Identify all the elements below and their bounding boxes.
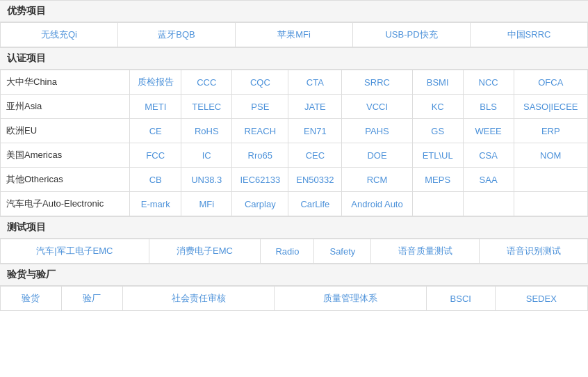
testing-row: 汽车|军工电子EMC 消费电子EMC Radio Safety 语音质量测试 语… (1, 239, 588, 264)
advantages-row: 无线充Qi 蓝牙BQB 苹果MFi USB-PD快充 中国SRRC (1, 23, 588, 47)
cert-2-0[interactable]: CE (130, 119, 181, 143)
cert-0-7[interactable]: OFCA (514, 70, 587, 95)
advantages-section: 优势项目 无线充Qi 蓝牙BQB 苹果MFi USB-PD快充 中国SRRC (0, 0, 588, 47)
inspection-item-0[interactable]: 验货 (1, 287, 62, 311)
advantage-item-1[interactable]: 蓝牙BQB (118, 23, 236, 47)
test-item-2[interactable]: Radio (261, 239, 314, 264)
cert-row-5: 汽车电子Auto-Electronic E-mark MFi Carplay C… (1, 192, 588, 216)
cert-4-4[interactable]: RCM (342, 168, 412, 192)
cert-1-4[interactable]: VCCI (342, 95, 412, 119)
cert-0-5[interactable]: BSMI (412, 70, 463, 95)
cert-5-5 (412, 192, 463, 216)
inspection-item-1[interactable]: 验厂 (61, 287, 122, 311)
cert-2-6[interactable]: WEEE (463, 119, 514, 143)
certifications-title: 认证项目 (0, 47, 588, 70)
cert-3-2[interactable]: Rro65 (232, 143, 288, 168)
cert-0-1[interactable]: CCC (181, 70, 232, 95)
advantages-title: 优势项目 (0, 0, 588, 22)
testing-section: 测试项目 汽车|军工电子EMC 消费电子EMC Radio Safety 语音质… (0, 216, 588, 264)
advantage-item-2[interactable]: 苹果MFi (236, 23, 353, 47)
cert-2-4[interactable]: PAHS (342, 119, 412, 143)
advantage-item-3[interactable]: USB-PD快充 (353, 23, 471, 47)
cert-row-3: 美国Americas FCC IC Rro65 CEC DOE ETL\UL C… (1, 143, 588, 168)
cert-label-1: 亚州Asia (1, 95, 130, 119)
cert-2-2[interactable]: REACH (232, 119, 288, 143)
cert-1-0[interactable]: METI (130, 95, 181, 119)
cert-3-6[interactable]: CSA (463, 143, 514, 168)
cert-row-1: 亚州Asia METI TELEC PSE JATE VCCI KC BLS S… (1, 95, 588, 119)
certifications-section: 认证项目 大中华China 质检报告 CCC CQC CTA SRRC BSMI… (0, 47, 588, 216)
cert-4-2[interactable]: IEC62133 (232, 168, 288, 192)
cert-2-1[interactable]: RoHS (181, 119, 232, 143)
cert-1-6[interactable]: BLS (463, 95, 514, 119)
cert-5-2[interactable]: Carplay (232, 192, 288, 216)
test-item-5[interactable]: 语音识别测试 (480, 239, 588, 264)
cert-label-4: 其他Othericas (1, 168, 130, 192)
cert-row-2: 欧洲EU CE RoHS REACH EN71 PAHS GS WEEE ERP (1, 119, 588, 143)
cert-3-4[interactable]: DOE (342, 143, 412, 168)
inspection-section: 验货与验厂 验货 验厂 社会责任审核 质量管理体系 BSCI SEDEX (0, 264, 588, 311)
cert-5-6 (463, 192, 514, 216)
cert-4-3[interactable]: EN50332 (288, 168, 342, 192)
cert-row-0: 大中华China 质检报告 CCC CQC CTA SRRC BSMI NCC … (1, 70, 588, 95)
inspection-item-2[interactable]: 社会责任审核 (122, 287, 275, 311)
cert-3-1[interactable]: IC (181, 143, 232, 168)
cert-0-3[interactable]: CTA (288, 70, 342, 95)
cert-1-1[interactable]: TELEC (181, 95, 232, 119)
cert-label-5: 汽车电子Auto-Electronic (1, 192, 130, 216)
test-item-3[interactable]: Safety (314, 239, 371, 264)
cert-2-7[interactable]: ERP (514, 119, 587, 143)
cert-3-7[interactable]: NOM (514, 143, 587, 168)
testing-title: 测试项目 (0, 216, 588, 239)
testing-table: 汽车|军工电子EMC 消费电子EMC Radio Safety 语音质量测试 语… (0, 239, 588, 264)
cert-3-5[interactable]: ETL\UL (412, 143, 463, 168)
cert-5-7 (514, 192, 587, 216)
cert-5-0[interactable]: E-mark (130, 192, 181, 216)
cert-4-1[interactable]: UN38.3 (181, 168, 232, 192)
cert-0-0[interactable]: 质检报告 (130, 70, 181, 95)
test-item-1[interactable]: 消费电子EMC (149, 239, 261, 264)
cert-label-2: 欧洲EU (1, 119, 130, 143)
cert-0-2[interactable]: CQC (232, 70, 288, 95)
cert-0-4[interactable]: SRRC (342, 70, 412, 95)
cert-label-3: 美国Americas (1, 143, 130, 168)
cert-1-2[interactable]: PSE (232, 95, 288, 119)
inspection-item-3[interactable]: 质量管理体系 (275, 287, 427, 311)
cert-4-7 (514, 168, 587, 192)
test-item-4[interactable]: 语音质量测试 (371, 239, 480, 264)
inspection-item-5[interactable]: SEDEX (495, 287, 587, 311)
cert-row-4: 其他Othericas CB UN38.3 IEC62133 EN50332 R… (1, 168, 588, 192)
cert-4-5[interactable]: MEPS (412, 168, 463, 192)
certifications-table: 大中华China 质检报告 CCC CQC CTA SRRC BSMI NCC … (0, 70, 588, 216)
advantage-item-4[interactable]: 中国SRRC (471, 23, 588, 47)
inspection-table: 验货 验厂 社会责任审核 质量管理体系 BSCI SEDEX (0, 286, 588, 311)
cert-2-3[interactable]: EN71 (288, 119, 342, 143)
cert-1-7[interactable]: SASO|IECEE (514, 95, 587, 119)
cert-label-0: 大中华China (1, 70, 130, 95)
cert-5-4[interactable]: Android Auto (342, 192, 412, 216)
cert-5-3[interactable]: CarLife (288, 192, 342, 216)
test-item-0[interactable]: 汽车|军工电子EMC (1, 239, 149, 264)
advantages-table: 无线充Qi 蓝牙BQB 苹果MFi USB-PD快充 中国SRRC (0, 22, 588, 47)
inspection-item-4[interactable]: BSCI (426, 287, 495, 311)
cert-3-3[interactable]: CEC (288, 143, 342, 168)
inspection-title: 验货与验厂 (0, 264, 588, 286)
cert-1-5[interactable]: KC (412, 95, 463, 119)
advantage-item-0[interactable]: 无线充Qi (1, 23, 118, 47)
cert-4-0[interactable]: CB (130, 168, 181, 192)
cert-4-6[interactable]: SAA (463, 168, 514, 192)
cert-2-5[interactable]: GS (412, 119, 463, 143)
cert-5-1[interactable]: MFi (181, 192, 232, 216)
cert-3-0[interactable]: FCC (130, 143, 181, 168)
cert-0-6[interactable]: NCC (463, 70, 514, 95)
inspection-row: 验货 验厂 社会责任审核 质量管理体系 BSCI SEDEX (1, 287, 588, 311)
cert-1-3[interactable]: JATE (288, 95, 342, 119)
